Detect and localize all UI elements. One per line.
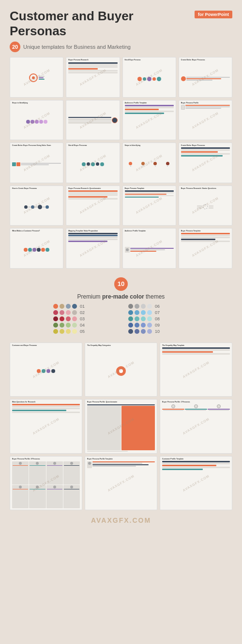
- slide-thumb-11[interactable]: Steps to Identifying: [122, 143, 176, 183]
- slide-thumb-17[interactable]: What Makes a Customer Persona? AVAXGFX.C…: [10, 228, 63, 268]
- theme-row-03: 03: [53, 316, 114, 321]
- slide-thumb-15[interactable]: Buyer Persona Template AVAXGFX.COM: [122, 186, 176, 226]
- bottom-slide-22[interactable]: The Empathy Map Categories AVAXGFX.COM: [85, 343, 157, 397]
- theme-row-09: 09: [128, 323, 189, 328]
- slide-thumb-9[interactable]: Create Better Buyer Personas Using Sales…: [10, 143, 63, 183]
- theme-num-05: 05: [80, 329, 85, 334]
- slide-thumb-12[interactable]: Create Better Buyer Personas AVAXGFX.COM: [179, 143, 232, 183]
- count-badge: 20: [10, 42, 20, 52]
- theme-num-02: 02: [80, 310, 85, 315]
- theme-num-06: 06: [155, 304, 160, 309]
- slide-thumb-19[interactable]: Audience Profile Template AVAXGFX.COM: [122, 228, 176, 268]
- theme-num-03: 03: [80, 316, 85, 321]
- theme-row-10: 10: [128, 329, 189, 334]
- slide-thumb-4[interactable]: Create Better Buyer Personas AVAXGFX.COM: [179, 57, 232, 97]
- theme-row-08: 08: [128, 316, 189, 321]
- theme-row-01: 01: [53, 304, 114, 309]
- header: Customer and Buyer Personas for PowerPoi…: [10, 9, 232, 52]
- theme-dot-01-2: [60, 304, 64, 309]
- themes-title: Premium pre-made color themes: [10, 293, 232, 300]
- bottom-slide-24[interactable]: Main Questions for Research AVAXGFX.COM: [10, 399, 82, 454]
- theme-dot-01-1: [53, 304, 58, 309]
- page-title: Customer and Buyer Personas: [10, 9, 165, 39]
- slide-thumb-1[interactable]: AVAXGFX.COM: [10, 57, 63, 97]
- theme-row-04: 04: [53, 323, 114, 328]
- powerpoint-badge: for PowerPoint: [195, 11, 232, 18]
- avax-logo-text: AVAXGFX.COM: [12, 516, 230, 524]
- theme-dot-01-3: [66, 304, 71, 309]
- slides-grid-top: AVAXGFX.COM Buyer Persona Research AVAXG…: [10, 57, 232, 268]
- bottom-slide-26[interactable]: Buyer Persona Profile: 3 Personas: [160, 399, 232, 454]
- bottom-slide-23[interactable]: The Empathy Map Template AVAXGFX.COM: [160, 343, 232, 397]
- theme-dot-06-3: [141, 304, 146, 309]
- subtitle-row: 20 Unique templates for Business and Mar…: [10, 42, 232, 52]
- slide-thumb-2[interactable]: Buyer Persona Research AVAXGFX.COM: [66, 57, 120, 97]
- slide-thumb-13[interactable]: How to Create Buyer Personas AVAXGFX.COM: [10, 186, 63, 226]
- theme-row-05: 05: [53, 329, 114, 334]
- slide-thumb-18[interactable]: Mapping Template Value Proposition AVAXG…: [66, 228, 120, 268]
- slide-thumb-6[interactable]: AVAXGFX.COM: [66, 100, 120, 140]
- slide-thumb-3[interactable]: Not all Buyer Personas AVAXGFX.COM: [122, 57, 176, 97]
- theme-row-07: 07: [128, 310, 189, 315]
- page-wrapper: Customer and Buyer Personas for PowerPoi…: [0, 0, 242, 536]
- slide-thumb-7[interactable]: Audiences Profile Template AVAXGFX.COM: [122, 100, 176, 140]
- theme-num-10: 10: [155, 329, 160, 334]
- theme-dot-06-2: [135, 304, 139, 309]
- slide-thumb-10[interactable]: Not all Buyer Personas AVAXGFX.COM: [66, 143, 120, 183]
- theme-num-08: 08: [155, 316, 160, 321]
- theme-dot-01-4: [72, 304, 77, 309]
- theme-num-01: 01: [80, 304, 85, 309]
- themes-count-badge: 10: [114, 277, 128, 291]
- bottom-slides-grid: Customer and Buyer Personas AVAXGFX.COM …: [10, 343, 232, 511]
- slide-thumb-16[interactable]: Buyer Persona Research: Starter Question…: [179, 186, 232, 226]
- bottom-section: Customer and Buyer Personas AVAXGFX.COM …: [10, 343, 232, 511]
- avax-watermark: AVAXGFX.COM: [10, 514, 232, 527]
- slide-thumb-14[interactable]: Buyer Persona Research: Questionnaire AV…: [66, 186, 120, 226]
- subtitle-text: Unique templates for Business and Market…: [23, 44, 131, 50]
- theme-dot-06-1: [128, 304, 133, 309]
- themes-section: 10 Premium pre-made color themes 01 06: [10, 272, 232, 338]
- bottom-slide-25[interactable]: Buyer Persona Profile: Questionnaire AVA…: [85, 399, 157, 454]
- bottom-slide-29[interactable]: Customer Profile Template AVAXGFX.COM: [160, 456, 232, 511]
- bottom-slide-28[interactable]: Buyer Persona Profile Template AVA: [85, 456, 157, 511]
- theme-row-06: 06: [128, 304, 189, 309]
- theme-dot-06-4: [147, 304, 152, 309]
- theme-num-04: 04: [80, 323, 85, 328]
- slide-thumb-8[interactable]: Buyer Persona Profile AVAXGFX.COM: [179, 100, 232, 140]
- bottom-slide-27[interactable]: Buyer Persona Profile: 8 Personas: [10, 456, 82, 511]
- slide-thumb-20[interactable]: Buyer Persona Template AVAXGFX.COM: [179, 228, 232, 268]
- theme-num-07: 07: [155, 310, 160, 315]
- slide-thumb-5[interactable]: Steps to Identifying AVAXGFX.COM: [10, 100, 63, 140]
- bottom-slide-21[interactable]: Customer and Buyer Personas AVAXGFX.COM: [10, 343, 82, 397]
- theme-row-02: 02: [53, 310, 114, 315]
- theme-num-09: 09: [155, 323, 160, 328]
- color-themes-grid: 01 06 02: [53, 304, 189, 334]
